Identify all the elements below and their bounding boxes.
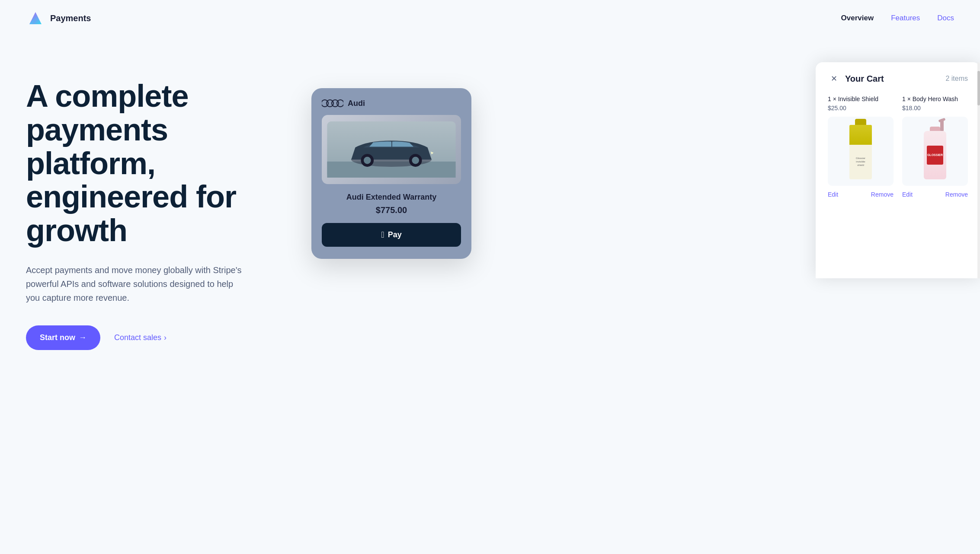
cart-title: Your Cart (845, 74, 884, 84)
svg-point-12 (412, 157, 419, 164)
cart-item-2-edit[interactable]: Edit (902, 191, 913, 198)
cart-panel: ✕ Your Cart 2 items 1 × Invisible Shield… (816, 62, 980, 278)
cart-item-1-price: $25.00 (828, 105, 894, 111)
cart-item-2-name: 1 × Body Hero Wash (902, 95, 968, 103)
cart-item-2: 1 × Body Hero Wash $18.00 (902, 95, 968, 198)
logo[interactable]: Payments (26, 9, 91, 28)
hero-left: A complete payments platform, engineered… (26, 62, 294, 360)
cart-item-1-image: Glossierinvisibleshield (828, 117, 894, 186)
cart-item-1-edit[interactable]: Edit (828, 191, 838, 198)
cart-header: ✕ Your Cart 2 items (828, 73, 968, 85)
audi-header: Audi (322, 99, 461, 108)
logo-text: Payments (50, 13, 91, 23)
cart-close-button[interactable]: ✕ (828, 73, 840, 85)
apple-pay-button[interactable]:  Pay (322, 223, 461, 247)
hero-section: A complete payments platform, engineered… (0, 36, 980, 360)
audi-brand-name: Audi (348, 99, 365, 108)
hero-right: Audi (294, 62, 954, 360)
nav-docs[interactable]: Docs (937, 14, 954, 22)
cart-scrollbar[interactable] (977, 62, 980, 278)
audi-logo-icon (322, 99, 343, 108)
cart-items-list: 1 × Invisible Shield $25.00 Glossierinvi… (828, 95, 968, 198)
navbar: Payments Overview Features Docs (0, 0, 980, 36)
apple-icon:  (381, 230, 384, 240)
hero-title: A complete payments platform, engineered… (26, 80, 294, 248)
hero-buttons: Start now → Contact sales › (26, 325, 294, 350)
audi-price: $775.00 (322, 205, 461, 215)
svg-point-10 (364, 157, 371, 164)
start-now-button[interactable]: Start now → (26, 325, 100, 350)
nav-features[interactable]: Features (891, 14, 920, 22)
arrow-icon: → (79, 333, 86, 342)
chevron-right-icon: › (164, 333, 167, 342)
cart-scrollbar-thumb (977, 71, 980, 105)
hero-subtitle: Accept payments and move money globally … (26, 263, 242, 305)
nav-links: Overview Features Docs (841, 14, 954, 22)
cart-item-2-price: $18.00 (902, 105, 968, 111)
contact-sales-link[interactable]: Contact sales › (114, 333, 167, 342)
cart-item-1: 1 × Invisible Shield $25.00 Glossierinvi… (828, 95, 894, 198)
svg-point-5 (337, 100, 343, 107)
cart-item-1-name: 1 × Invisible Shield (828, 95, 894, 103)
cart-item-2-image: GLOSSIER (902, 117, 968, 186)
cart-item-1-remove[interactable]: Remove (871, 191, 894, 198)
audi-car-image (322, 115, 461, 184)
cart-header-left: ✕ Your Cart (828, 73, 884, 85)
apple-pay-label: Pay (388, 230, 402, 239)
cart-item-1-actions: Edit Remove (828, 191, 894, 198)
cart-item-count: 2 items (945, 75, 968, 83)
cart-item-2-actions: Edit Remove (902, 191, 968, 198)
nav-overview[interactable]: Overview (841, 14, 874, 22)
cart-item-2-remove[interactable]: Remove (945, 191, 968, 198)
audi-product-name: Audi Extended Warranty (322, 193, 461, 202)
logo-icon (26, 9, 45, 28)
audi-payment-card: Audi (311, 88, 471, 259)
